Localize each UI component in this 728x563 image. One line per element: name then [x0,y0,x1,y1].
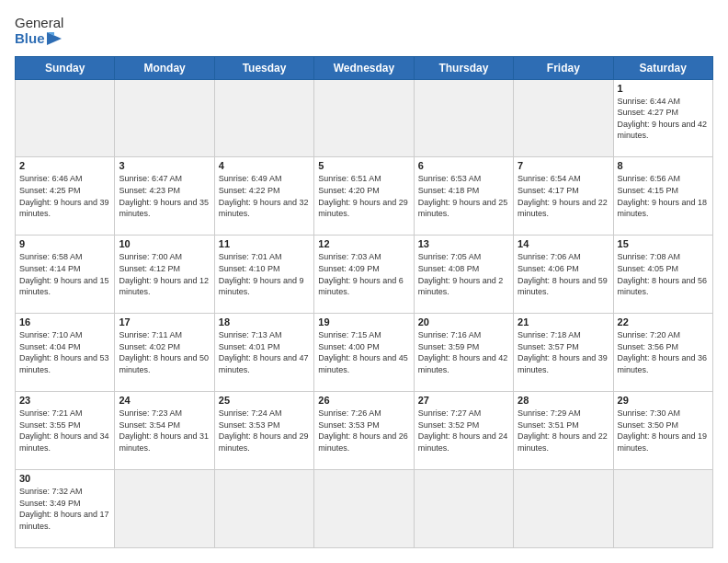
day-info: Sunrise: 7:24 AM Sunset: 3:53 PM Dayligh… [219,408,310,454]
day-number: 12 [318,238,409,249]
day-info: Sunrise: 6:53 AM Sunset: 4:18 PM Dayligh… [418,173,509,219]
logo-line1: General [15,15,63,30]
calendar-week-row: 16 Sunrise: 7:10 AM Sunset: 4:04 PM Dayl… [16,314,713,392]
day-info: Sunrise: 6:47 AM Sunset: 4:23 PM Dayligh… [119,173,210,219]
day-info: Sunrise: 6:46 AM Sunset: 4:25 PM Dayligh… [19,173,110,219]
day-info: Sunrise: 6:44 AM Sunset: 4:27 PM Dayligh… [618,96,709,142]
day-number: 20 [418,316,509,327]
day-number: 21 [518,316,609,327]
calendar-week-row: 2 Sunrise: 6:46 AM Sunset: 4:25 PM Dayli… [16,157,713,236]
day-info: Sunrise: 7:23 AM Sunset: 3:54 PM Dayligh… [119,408,210,454]
table-row [115,79,214,157]
day-number: 28 [518,395,609,406]
table-row [314,79,414,157]
day-info: Sunrise: 6:49 AM Sunset: 4:22 PM Dayligh… [219,173,310,219]
day-info: Sunrise: 7:05 AM Sunset: 4:08 PM Dayligh… [418,251,509,297]
table-row: 10 Sunrise: 7:00 AM Sunset: 4:12 PM Dayl… [115,236,214,314]
table-row: 19 Sunrise: 7:15 AM Sunset: 4:00 PM Dayl… [314,314,414,392]
day-info: Sunrise: 7:00 AM Sunset: 4:12 PM Dayligh… [119,251,210,297]
day-number: 18 [219,316,310,327]
day-number: 26 [318,395,409,406]
day-number: 3 [119,160,210,171]
col-sunday: Sunday [16,56,115,79]
day-number: 30 [19,473,110,484]
day-number: 25 [219,395,310,406]
table-row: 1 Sunrise: 6:44 AM Sunset: 4:27 PM Dayli… [613,79,712,157]
header: General Blue [15,15,713,47]
calendar-week-row: 1 Sunrise: 6:44 AM Sunset: 4:27 PM Dayli… [16,79,713,157]
day-info: Sunrise: 6:56 AM Sunset: 4:15 PM Dayligh… [618,173,709,219]
day-info: Sunrise: 7:21 AM Sunset: 3:55 PM Dayligh… [19,408,110,454]
day-number: 19 [318,316,409,327]
day-info: Sunrise: 7:29 AM Sunset: 3:51 PM Dayligh… [518,408,609,454]
day-number: 16 [19,316,110,327]
day-number: 11 [219,238,310,249]
table-row: 27 Sunrise: 7:27 AM Sunset: 3:52 PM Dayl… [414,392,513,470]
logo-text-block: General Blue [15,15,63,47]
table-row: 8 Sunrise: 6:56 AM Sunset: 4:15 PM Dayli… [613,157,712,236]
table-row: 5 Sunrise: 6:51 AM Sunset: 4:20 PM Dayli… [314,157,414,236]
day-number: 10 [119,238,210,249]
table-row [613,470,712,548]
table-row: 30 Sunrise: 7:32 AM Sunset: 3:49 PM Dayl… [16,470,115,548]
table-row: 20 Sunrise: 7:16 AM Sunset: 3:59 PM Dayl… [414,314,513,392]
table-row: 26 Sunrise: 7:26 AM Sunset: 3:53 PM Dayl… [314,392,414,470]
day-number: 9 [19,238,110,249]
col-thursday: Thursday [414,56,513,79]
table-row: 24 Sunrise: 7:23 AM Sunset: 3:54 PM Dayl… [115,392,214,470]
table-row [514,470,613,548]
table-row [414,470,513,548]
table-row: 3 Sunrise: 6:47 AM Sunset: 4:23 PM Dayli… [115,157,214,236]
table-row: 29 Sunrise: 7:30 AM Sunset: 3:50 PM Dayl… [613,392,712,470]
calendar-week-row: 30 Sunrise: 7:32 AM Sunset: 3:49 PM Dayl… [16,470,713,548]
col-tuesday: Tuesday [214,56,313,79]
day-info: Sunrise: 7:32 AM Sunset: 3:49 PM Dayligh… [19,486,110,532]
table-row: 23 Sunrise: 7:21 AM Sunset: 3:55 PM Dayl… [16,392,115,470]
calendar-week-row: 9 Sunrise: 6:58 AM Sunset: 4:14 PM Dayli… [16,236,713,314]
table-row: 14 Sunrise: 7:06 AM Sunset: 4:06 PM Dayl… [514,236,613,314]
day-info: Sunrise: 7:30 AM Sunset: 3:50 PM Dayligh… [618,408,709,454]
table-row: 17 Sunrise: 7:11 AM Sunset: 4:02 PM Dayl… [115,314,214,392]
table-row [514,79,613,157]
logo: General Blue [15,15,63,47]
day-number: 15 [618,238,709,249]
day-info: Sunrise: 6:51 AM Sunset: 4:20 PM Dayligh… [318,173,409,219]
day-info: Sunrise: 7:20 AM Sunset: 3:56 PM Dayligh… [618,329,709,375]
day-info: Sunrise: 7:26 AM Sunset: 3:53 PM Dayligh… [318,408,409,454]
table-row [115,470,214,548]
calendar-header-row: Sunday Monday Tuesday Wednesday Thursday… [16,56,713,79]
day-number: 17 [119,316,210,327]
table-row [214,79,313,157]
day-info: Sunrise: 7:18 AM Sunset: 3:57 PM Dayligh… [518,329,609,375]
table-row: 13 Sunrise: 7:05 AM Sunset: 4:08 PM Dayl… [414,236,513,314]
calendar-week-row: 23 Sunrise: 7:21 AM Sunset: 3:55 PM Dayl… [16,392,713,470]
table-row [314,470,414,548]
col-saturday: Saturday [613,56,712,79]
day-info: Sunrise: 7:06 AM Sunset: 4:06 PM Dayligh… [518,251,609,297]
day-info: Sunrise: 7:16 AM Sunset: 3:59 PM Dayligh… [418,329,509,375]
table-row: 16 Sunrise: 7:10 AM Sunset: 4:04 PM Dayl… [16,314,115,392]
table-row: 28 Sunrise: 7:29 AM Sunset: 3:51 PM Dayl… [514,392,613,470]
day-number: 24 [119,395,210,406]
table-row: 18 Sunrise: 7:13 AM Sunset: 4:01 PM Dayl… [214,314,313,392]
day-number: 29 [618,395,709,406]
day-number: 4 [219,160,310,171]
table-row: 6 Sunrise: 6:53 AM Sunset: 4:18 PM Dayli… [414,157,513,236]
day-number: 14 [518,238,609,249]
day-info: Sunrise: 7:15 AM Sunset: 4:00 PM Dayligh… [318,329,409,375]
table-row: 7 Sunrise: 6:54 AM Sunset: 4:17 PM Dayli… [514,157,613,236]
table-row: 21 Sunrise: 7:18 AM Sunset: 3:57 PM Dayl… [514,314,613,392]
col-monday: Monday [115,56,214,79]
table-row: 11 Sunrise: 7:01 AM Sunset: 4:10 PM Dayl… [214,236,313,314]
table-row [214,470,313,548]
day-number: 13 [418,238,509,249]
day-number: 2 [19,160,110,171]
table-row: 22 Sunrise: 7:20 AM Sunset: 3:56 PM Dayl… [613,314,712,392]
page: General Blue Sunday Monday Tuesday Wedne… [0,0,728,563]
day-number: 7 [518,160,609,171]
day-number: 23 [19,395,110,406]
calendar-table: Sunday Monday Tuesday Wednesday Thursday… [15,56,713,549]
day-number: 1 [618,83,709,94]
day-info: Sunrise: 7:27 AM Sunset: 3:52 PM Dayligh… [418,408,509,454]
day-number: 27 [418,395,509,406]
